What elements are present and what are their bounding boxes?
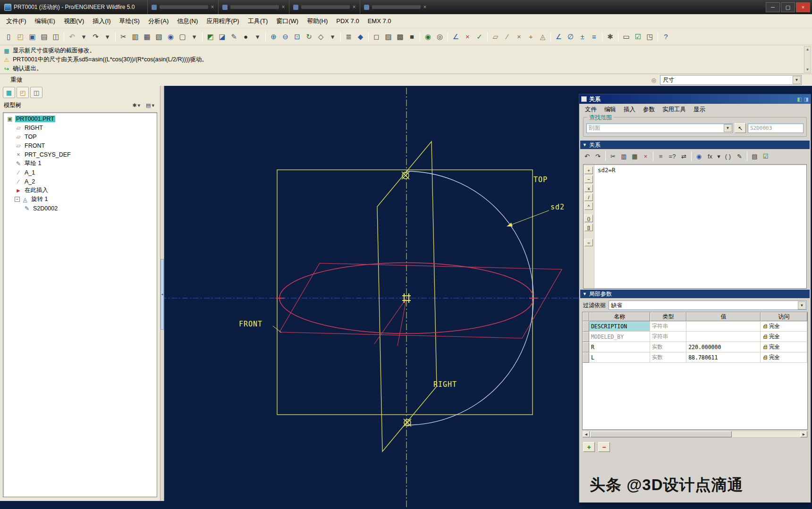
operator-button[interactable]: [] [584, 224, 593, 231]
right-plane-label[interactable]: RIGHT [433, 380, 457, 389]
rel-braces-icon[interactable]: ( ) [722, 151, 734, 161]
param-row[interactable]: R实数220.000000完全 [583, 342, 807, 352]
annotation-toggle-icon[interactable]: ◬ [537, 31, 549, 42]
param-type-cell[interactable]: 实数 [650, 352, 686, 363]
relations-menu-item[interactable]: 实用工具 [659, 104, 690, 115]
sketcher-icon[interactable]: ✎ [228, 31, 240, 42]
spin-center-icon[interactable]: ◉ [422, 31, 434, 42]
zoom-out-icon[interactable]: ⊖ [279, 31, 291, 42]
hidden-line-icon[interactable]: ▨ [382, 31, 394, 42]
relations-editor[interactable]: sd2=R [594, 165, 806, 288]
rel-redo-icon[interactable]: ↷ [592, 151, 603, 161]
redo-dropdown-icon[interactable]: ▾ [102, 31, 113, 42]
browser-tab[interactable]: × [289, 0, 360, 14]
splitter-handle[interactable]: ◂ [161, 259, 164, 330]
chevron-down-icon[interactable]: ▼ [798, 301, 806, 309]
rel-paste-icon[interactable]: ▦ [629, 151, 640, 161]
tree-settings-dropdown[interactable]: ✱▾ [130, 101, 142, 109]
find-icon[interactable]: ◉ [165, 31, 177, 42]
rel-undo-icon[interactable]: ↶ [582, 151, 592, 161]
print-preview-icon[interactable]: ◫ [50, 31, 62, 42]
folder-browser-tab[interactable]: ◰ [17, 87, 29, 98]
paste-icon[interactable]: ▦ [141, 31, 153, 42]
context-help-icon[interactable]: ? [660, 31, 672, 42]
rel-delete-icon[interactable]: × [640, 151, 651, 161]
param-row[interactable]: L实数88.780611完全 [583, 352, 807, 363]
collapse-triangle-icon[interactable]: ▼ [583, 292, 587, 296]
browser-tab[interactable]: × [360, 0, 431, 14]
minimize-button[interactable]: ─ [766, 2, 780, 12]
lookin-target-field[interactable]: S2D0003 [748, 124, 804, 133]
no-hidden-icon[interactable]: ▩ [394, 31, 406, 42]
tree-item[interactable]: ▣PRT0001.PRT [3, 114, 157, 123]
paste-special-icon[interactable]: ▧ [153, 31, 165, 42]
lookin-type-combo[interactable]: 剖面 ▼ [586, 124, 733, 133]
menu-item[interactable]: 帮助(H) [303, 15, 332, 27]
scroll-down-icon[interactable]: ▼ [806, 67, 810, 72]
top-plane-label[interactable]: TOP [533, 175, 548, 184]
param-access-cell[interactable]: 完全 [761, 321, 807, 332]
print-icon[interactable]: ▤ [38, 31, 50, 42]
rel-copy-icon[interactable]: ▥ [618, 151, 629, 161]
window-check-icon[interactable]: ☑ [632, 31, 644, 42]
save-file-icon[interactable]: ▣ [26, 31, 38, 42]
select-dropdown-icon[interactable]: ▾ [188, 31, 200, 42]
refit-icon[interactable]: ⊡ [291, 31, 303, 42]
csys-toggle-icon[interactable]: + [525, 31, 537, 42]
mapkey-icon[interactable]: ◧ [797, 96, 802, 102]
param-value-cell[interactable] [686, 321, 761, 332]
sd2-dimension-label[interactable]: sd2 [550, 203, 565, 211]
param-row[interactable]: DESCRIPTION字符串完全 [583, 321, 807, 332]
rel-fx-dropdown-icon[interactable]: ▾ [716, 151, 722, 161]
browser-tab[interactable]: × [218, 0, 289, 14]
info-icon[interactable]: ◨ [804, 96, 809, 102]
window-close-icon[interactable]: ◳ [644, 31, 656, 42]
menu-item[interactable]: 插入(I) [88, 15, 115, 27]
select-box-icon[interactable]: ▢ [177, 31, 188, 42]
param-access-cell[interactable]: 完全 [761, 332, 807, 342]
tree-item[interactable]: ✎S2D0002 [3, 204, 157, 213]
cut-icon[interactable]: ✂ [118, 31, 129, 42]
param-name-cell[interactable]: R [589, 342, 650, 352]
wireframe-icon[interactable]: ◻ [371, 31, 382, 42]
menu-item[interactable]: 编辑(E) [31, 15, 59, 27]
new-file-icon[interactable]: ▯ [3, 31, 15, 42]
operator-button[interactable]: + [584, 167, 593, 174]
model-tools-icon[interactable]: ✱ [604, 31, 616, 42]
param-value-cell[interactable]: 88.780611 [686, 352, 761, 363]
message-scrollbar[interactable]: ▲▼ [804, 46, 811, 73]
rel-edit-icon[interactable]: ✎ [734, 151, 745, 161]
relations-dialog-titlebar[interactable]: 关系 ◧◨ [579, 94, 811, 104]
rel-verify-icon[interactable]: ☑ [760, 151, 771, 161]
layers-icon[interactable]: ≣ [343, 31, 355, 42]
maximize-button[interactable]: ▢ [781, 2, 795, 12]
notes-toggle-icon[interactable]: ≡ [588, 31, 600, 42]
copy-icon[interactable]: ▥ [129, 31, 141, 42]
orient-dropdown-icon[interactable]: ▾ [327, 31, 338, 42]
view-manager-icon[interactable]: ◆ [355, 31, 366, 42]
delete-parameter-button[interactable]: − [598, 442, 610, 452]
tree-item[interactable]: −◬旋转 1 [3, 195, 157, 204]
tolerance-toggle-icon[interactable]: ± [576, 31, 588, 42]
tree-item[interactable]: ▱TOP [3, 132, 157, 141]
undo-dropdown-icon[interactable]: ▾ [78, 31, 90, 42]
menu-item[interactable]: 视图(V) [59, 15, 88, 27]
rel-sort-icon[interactable]: ≡ [655, 151, 666, 161]
col-name-header[interactable]: 名称 [589, 312, 650, 321]
collapse-triangle-icon[interactable]: ▼ [583, 142, 587, 147]
tree-item[interactable]: ×PRT_CSYS_DEF [3, 150, 157, 159]
param-type-cell[interactable]: 字符串 [650, 332, 686, 342]
scroll-left-icon[interactable]: ◀ [583, 431, 590, 437]
redo-icon[interactable]: ↷ [90, 31, 102, 42]
open-file-icon[interactable]: ◰ [15, 31, 26, 42]
datum-points-toggle-icon[interactable]: × [513, 31, 525, 42]
operator-button[interactable]: () [584, 215, 593, 222]
menu-item[interactable]: 信息(N) [173, 15, 202, 27]
rel-functions-icon[interactable]: fx [704, 151, 716, 161]
param-name-cell[interactable]: DESCRIPTION [589, 321, 650, 332]
sketch-diag-angle-icon[interactable]: ∠ [450, 31, 462, 42]
tree-item[interactable]: ▱RIGHT [3, 123, 157, 132]
scroll-up-icon[interactable]: ▲ [806, 47, 810, 51]
params-hscrollbar[interactable]: ◀ ▶ [582, 431, 808, 438]
tree-item[interactable]: ∕A_1 [3, 168, 157, 177]
